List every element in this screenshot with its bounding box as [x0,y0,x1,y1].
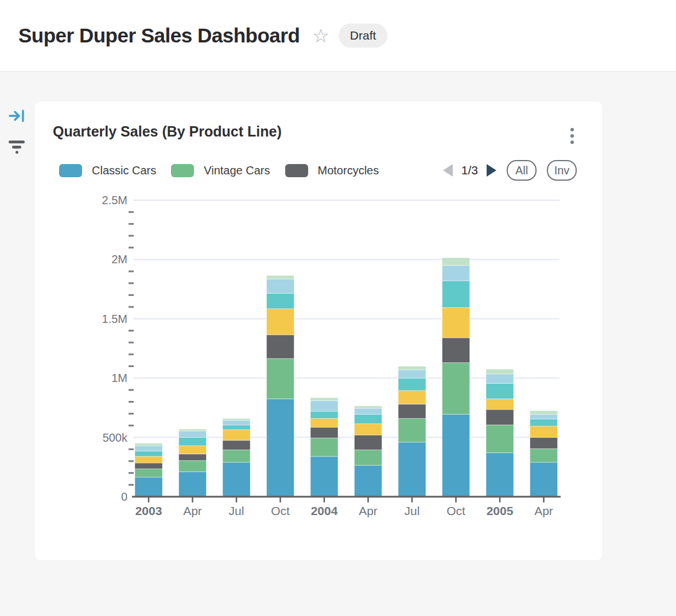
legend-item-label: Vintage Cars [204,164,270,177]
legend-item[interactable]: Motorcycles [285,164,379,177]
svg-text:2004: 2004 [311,504,338,517]
svg-text:Oct: Oct [271,504,290,517]
prev-arrow-icon[interactable] [443,164,453,177]
legend-page-indicator: 1/3 [461,163,478,177]
chart-card-header: Quarterly Sales (By Product Line) [34,102,603,146]
legend-item-label: Classic Cars [92,164,156,177]
legend-swatch [171,164,194,177]
y-minor-ticks [129,212,134,485]
star-icon[interactable]: ☆ [312,26,329,45]
svg-text:1.5M: 1.5M [102,313,127,325]
chart-legend: Classic CarsVintage CarsMotorcycles [59,164,394,177]
svg-text:Apr: Apr [183,504,202,517]
select-all-button[interactable]: All [507,160,537,181]
svg-text:500k: 500k [103,431,128,444]
stacked-bar-chart[interactable]: 0500k1M1.5M2M2.5M2003AprJulOct2004AprJul… [34,188,603,555]
svg-text:2003: 2003 [135,504,162,517]
next-arrow-icon[interactable] [487,164,496,177]
collapse-panel-icon[interactable] [7,107,26,126]
y-axis-labels: 0500k1M1.5M2M2.5M [102,194,128,503]
svg-text:Jul: Jul [229,504,244,517]
legend-item[interactable]: Classic Cars [59,164,156,177]
x-axis [132,497,561,502]
svg-text:2005: 2005 [487,504,514,517]
app-header: Super Duper Sales Dashboard ☆ Draft [0,0,676,72]
kebab-menu-icon[interactable] [567,126,577,146]
filter-icon[interactable] [7,138,26,157]
svg-text:Apr: Apr [534,504,553,517]
legend-item[interactable]: Vintage Cars [171,164,270,177]
dashboard-canvas: Quarterly Sales (By Product Line) Classi… [0,72,676,615]
invert-selection-button[interactable]: Inv [547,160,577,181]
page-title: Super Duper Sales Dashboard [18,24,300,47]
svg-text:0: 0 [121,490,127,503]
legend-item-label: Motorcycles [318,164,379,177]
chart-card: Quarterly Sales (By Product Line) Classi… [34,102,603,560]
chart-title: Quarterly Sales (By Product Line) [53,123,282,140]
svg-text:Jul: Jul [405,504,420,517]
status-badge: Draft [339,24,388,48]
svg-text:Oct: Oct [446,504,465,517]
svg-text:Apr: Apr [359,504,378,517]
legend-swatch [59,164,82,177]
bars[interactable] [135,258,558,497]
svg-text:1M: 1M [111,372,127,384]
legend-pager: 1/3 All Inv [443,160,577,181]
svg-text:2.5M: 2.5M [102,194,127,206]
legend-swatch [285,164,308,177]
chart-legend-row: Classic CarsVintage CarsMotorcycles 1/3 … [59,160,577,181]
svg-text:2M: 2M [111,253,127,266]
x-axis-labels: 2003AprJulOct2004AprJulOct2005Apr [135,504,553,517]
